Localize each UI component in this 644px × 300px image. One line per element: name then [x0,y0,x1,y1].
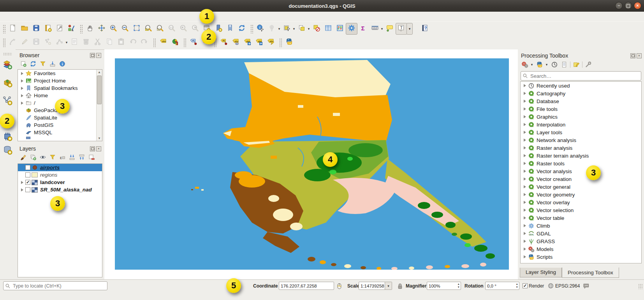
expand-arrow-icon[interactable] [522,107,527,111]
add-selected-layers-button[interactable] [19,60,27,68]
browser-float-button[interactable] [90,53,95,58]
scroll-up-arrow[interactable]: ▲ [97,70,102,75]
measure-line-button[interactable] [369,23,381,35]
browser-item-postgis[interactable]: PostGIS [18,121,102,129]
pin-labels-blue-button[interactable]: ab [188,37,199,48]
toolbox-group-grass[interactable]: GRASS [521,237,641,245]
style-manager-button[interactable]: a [65,23,77,35]
tab-layer-styling[interactable]: Layer Styling [520,268,562,277]
scale-combobox[interactable]: 1:14739258 ▾ [359,282,392,290]
expand-arrow-icon[interactable] [19,181,25,184]
add-group-button[interactable] [29,153,37,161]
expand-arrow-icon[interactable] [522,170,527,173]
toolbox-group-vector-geometry[interactable]: Vector geometry [521,191,641,198]
zoom-in-button[interactable] [107,23,119,35]
pin-unpin-labels-button[interactable]: ab [218,37,230,48]
cut-features-button[interactable] [92,37,104,48]
browser-item-spatial-bookmarks[interactable]: Spatial Bookmarks [18,84,102,92]
expand-arrow-icon[interactable] [19,102,25,105]
toolbox-group-vector-analysis[interactable]: Vector analysis [521,167,641,175]
expand-arrow-icon[interactable] [522,123,527,126]
expand-arrow-icon[interactable] [19,72,25,75]
change-label-button[interactable]: abc [265,37,276,48]
new-db-layer-button[interactable] [2,145,13,156]
toolbox-group-raster-analysis[interactable]: Raster analysis [521,144,641,152]
refresh-map-button[interactable] [236,23,248,35]
layers-close-button[interactable]: × [96,146,101,151]
toolbox-group-database[interactable]: Database [521,97,641,105]
vertex-tool-button[interactable] [54,37,65,48]
python-menu-dropdown-arrow[interactable]: ▾ [545,63,549,67]
filter-legend-button[interactable] [49,153,56,161]
expand-arrow-icon[interactable] [522,185,527,188]
toolbox-group-cartography[interactable]: Cartography [521,89,641,97]
project-open-button[interactable] [19,23,30,35]
toolbox-group-graphics[interactable]: Graphics [521,113,641,121]
pan-map-button[interactable] [84,23,96,35]
expand-arrow-icon[interactable] [522,247,527,251]
browser-item-partial[interactable] [18,136,102,141]
zoom-full-button[interactable] [131,23,143,35]
toolbox-group-gdal[interactable]: GDAL GDAL [521,230,641,237]
modify-attributes-button[interactable] [69,37,80,48]
expand-arrow-icon[interactable] [522,84,527,87]
magnifier-spin-arrows[interactable]: ▲▼ [457,282,460,289]
project-save-button[interactable] [30,23,42,35]
select-features-button[interactable] [281,23,293,35]
open-layer-styling-button[interactable] [19,153,27,161]
paste-features-button[interactable] [115,37,127,48]
show-layout-manager-button[interactable] [54,23,65,35]
rotate-label-button[interactable]: abc [253,37,265,48]
browser-item-favorites[interactable]: Favorites [18,70,102,77]
toolbox-group-interpolation[interactable]: Interpolation [521,121,641,128]
identify-features-button[interactable]: i [255,23,266,35]
toolbox-group-vector-general[interactable]: Vector general [521,183,641,191]
toolbox-group-recently-used[interactable]: Recently used [521,82,641,89]
rotation-spin-arrows[interactable]: ▲▼ [516,282,518,289]
expand-arrow-icon[interactable] [522,131,527,134]
browser-item-project-home[interactable]: Project Home [18,77,102,84]
new-print-layout-button[interactable] [42,23,54,35]
messages-icon[interactable] [582,282,590,290]
layer-visibility-checkbox[interactable] [25,165,30,170]
edit-toolbar-separator[interactable] [183,38,186,47]
layer-diagram-button[interactable] [169,37,181,48]
expand-arrow-icon[interactable] [522,115,527,118]
toolbox-group-network-analysis[interactable]: Network analysis [521,136,641,144]
expand-arrow-icon[interactable] [522,154,527,157]
toolbox-group-vector-table[interactable]: Vector table [521,214,641,222]
open-attribute-table-button[interactable] [322,23,334,35]
zoom-out-button[interactable] [119,23,131,35]
expand-arrow-icon[interactable] [19,87,25,90]
filter-browser-button[interactable] [39,60,47,68]
toolbox-group-climb[interactable]: Climb [521,222,641,230]
expand-arrow-icon[interactable] [19,188,25,191]
python-menu-button[interactable] [536,61,544,68]
filter-by-expression-button[interactable]: ε [58,153,66,161]
expand-arrow-icon[interactable] [522,177,527,181]
expand-arrow-icon[interactable] [522,255,527,258]
toolbox-group-raster-terrain-analysis[interactable]: Raster terrain analysis [521,152,641,160]
toolbox-group-models[interactable]: Models [521,245,641,253]
crs-globe-icon[interactable] [547,282,555,290]
toolbox-group-layer-tools[interactable]: Layer tools [521,128,641,136]
deselect-all-button[interactable] [311,23,322,35]
layer-row-sr_50m_alaska_nad[interactable]: SR_50M_alaska_nad [18,186,102,193]
browser-scrollbar[interactable]: ▲▼ [96,70,102,141]
map-canvas[interactable] [115,58,509,270]
expand-arrow-icon[interactable] [522,92,527,95]
statistical-summary-button[interactable] [334,23,346,35]
toolbox-search-input[interactable] [530,73,641,79]
browser-properties-button[interactable]: i [58,60,66,68]
browser-item-mssql[interactable]: MSSQL [18,129,102,136]
expand-arrow-icon[interactable] [522,193,527,196]
expand-arrow-icon[interactable] [19,94,25,97]
layer-visibility-checkbox[interactable] [25,187,30,192]
main-toolbar-separator[interactable] [250,24,253,33]
layer-visibility-checkbox[interactable] [25,172,30,177]
project-new-button[interactable] [7,23,19,35]
scale-dropdown-arrow[interactable]: ▾ [385,282,392,289]
layer-row-landcover[interactable]: ✓ landcover [18,179,102,186]
maximize-button[interactable] [625,2,632,9]
undo-button[interactable] [127,37,139,48]
